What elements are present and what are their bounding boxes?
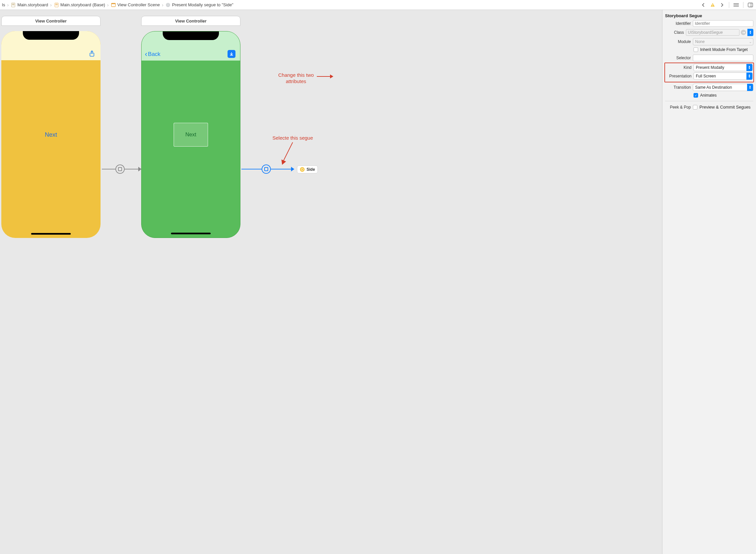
animates-checkbox[interactable]: ✓ <box>693 93 698 98</box>
scene-title[interactable]: View Controller <box>141 16 240 26</box>
next-button[interactable]: Next <box>186 132 196 138</box>
history-forward-button[interactable] <box>718 2 726 8</box>
peek-pop-value-label: Preview & Commit Segues <box>699 105 751 110</box>
outline-toggle-button[interactable] <box>733 2 740 8</box>
nav-bar: ‹ Back <box>141 32 240 61</box>
select-stepper: ▲ ▼ <box>746 72 752 80</box>
kind-label: Kind <box>666 65 692 70</box>
svg-rect-15 <box>748 3 753 7</box>
storyboard-file-icon <box>54 2 59 8</box>
svg-point-8 <box>166 3 170 7</box>
back-label: Back <box>148 51 161 58</box>
breadcrumb-label: ls <box>2 2 5 7</box>
presentation-label: Presentation <box>666 74 692 78</box>
breadcrumb-item[interactable]: Main.storyboard <box>11 2 48 8</box>
annotation-arrow-icon <box>317 73 333 79</box>
svg-marker-23 <box>281 160 286 165</box>
scene-title[interactable]: View Controller <box>1 16 101 26</box>
presentation-select[interactable]: Full Screen ▲ ▼ <box>693 72 753 80</box>
device-frame: Next <box>1 31 101 238</box>
storyboard-ref-icon <box>300 167 305 172</box>
next-button[interactable]: Next <box>45 131 57 138</box>
history-back-button[interactable] <box>700 2 707 8</box>
share-icon[interactable] <box>88 50 96 58</box>
storyboard-reference-label: Side <box>307 167 315 172</box>
storyboard-canvas[interactable]: View Controller Next View Controller <box>0 10 662 554</box>
select-stepper: ▲ ▼ <box>746 64 752 71</box>
svg-rect-14 <box>734 6 739 7</box>
back-button[interactable]: ‹ Back <box>145 51 161 58</box>
segue-icon <box>165 2 171 8</box>
segue-present-modally-selected[interactable] <box>241 169 294 169</box>
breadcrumb-label: Main.storyboard <box>17 2 48 7</box>
inspector-body: Storyboard Segue Identifier Class ➜ ▲ ▼ … <box>663 10 756 554</box>
module-row: Module None ⌄ <box>665 38 753 45</box>
svg-rect-9 <box>167 4 169 5</box>
svg-rect-11 <box>712 6 713 6</box>
transition-select[interactable]: Same As Destination ▲ ▼ <box>693 84 753 91</box>
adjust-editor-button[interactable] <box>747 2 754 8</box>
select-stepper: ▲ ▼ <box>747 84 753 91</box>
annotation-change-attrs: Change this two attributes <box>273 72 319 85</box>
annotation-arrow-icon <box>279 142 296 165</box>
peek-pop-row: Peek & Pop Preview & Commit Segues <box>665 105 753 110</box>
peek-pop-checkbox[interactable] <box>693 105 697 110</box>
kind-select[interactable]: Present Modally ▲ ▼ <box>693 64 753 71</box>
inherit-module-checkbox[interactable] <box>693 47 698 52</box>
breadcrumb-label: Present Modally segue to "Side" <box>172 2 234 7</box>
scene-icon <box>111 2 116 8</box>
breadcrumb: ls › Main.storyboard › Main.storyboard (… <box>2 2 698 8</box>
transition-label: Transition <box>665 85 691 90</box>
chevron-down-icon: ⌄ <box>748 39 753 44</box>
identifier-input[interactable] <box>693 20 753 27</box>
peek-pop-label: Peek & Pop <box>665 105 691 110</box>
identifier-label: Identifier <box>665 21 691 26</box>
selector-row: Selector <box>665 55 753 61</box>
device-notch <box>163 31 219 40</box>
breadcrumb-item[interactable]: ls <box>2 2 5 7</box>
download-icon[interactable] <box>228 50 236 58</box>
arrowhead-icon <box>291 167 294 171</box>
module-select[interactable]: None ⌄ <box>693 38 753 45</box>
chevron-right-icon: › <box>106 2 110 8</box>
inherit-module-label: Inherit Module From Target <box>700 47 748 52</box>
svg-rect-5 <box>55 5 58 5</box>
svg-rect-18 <box>230 55 233 56</box>
breadcrumb-item[interactable]: View Controller Scene <box>111 2 160 8</box>
chevron-down-icon: ▼ <box>748 76 751 78</box>
svg-rect-1 <box>12 4 14 4</box>
segue-node-icon <box>262 164 271 174</box>
class-input[interactable] <box>686 29 740 36</box>
presentation-row: Presentation Full Screen ▲ ▼ <box>666 72 753 80</box>
segue-show[interactable] <box>102 169 141 169</box>
class-row: Class ➜ ▲ ▼ <box>665 29 753 36</box>
svg-rect-12 <box>734 3 739 4</box>
breadcrumb-label: View Controller Scene <box>117 2 160 7</box>
selector-input[interactable] <box>693 55 753 61</box>
inspector-panel: ? Storyboard Segue Identifier Class ➜ <box>662 0 756 554</box>
home-indicator <box>171 233 211 234</box>
chevron-down-icon: ▼ <box>748 67 751 70</box>
view-controller-scene-2[interactable]: View Controller ‹ Back Next <box>141 16 240 238</box>
view-controller-scene-1[interactable]: View Controller Next <box>1 16 101 238</box>
breadcrumb-bar: ls › Main.storyboard › Main.storyboard (… <box>0 0 756 10</box>
inherit-module-row: Inherit Module From Target <box>693 47 753 52</box>
svg-rect-10 <box>712 4 713 5</box>
nav-bar <box>1 31 101 60</box>
chevron-down-icon: ▼ <box>749 32 752 35</box>
issues-button[interactable] <box>709 2 716 8</box>
home-indicator <box>31 233 71 235</box>
module-label: Module <box>665 39 691 44</box>
animates-label: Animates <box>700 93 717 98</box>
selector-label: Selector <box>665 56 691 60</box>
svg-rect-13 <box>734 5 739 5</box>
jump-to-class-button[interactable]: ➜ <box>741 30 746 35</box>
breadcrumb-item[interactable]: Present Modally segue to "Side" <box>165 2 234 8</box>
storyboard-reference-side[interactable]: Side <box>297 165 318 173</box>
separator <box>665 101 753 101</box>
kind-row: Kind Present Modally ▲ ▼ <box>666 64 753 71</box>
svg-marker-21 <box>330 74 333 78</box>
class-stepper[interactable]: ▲ ▼ <box>747 29 753 36</box>
container-view[interactable]: Next <box>174 123 208 147</box>
breadcrumb-item[interactable]: Main.storyboard (Base) <box>54 2 105 8</box>
